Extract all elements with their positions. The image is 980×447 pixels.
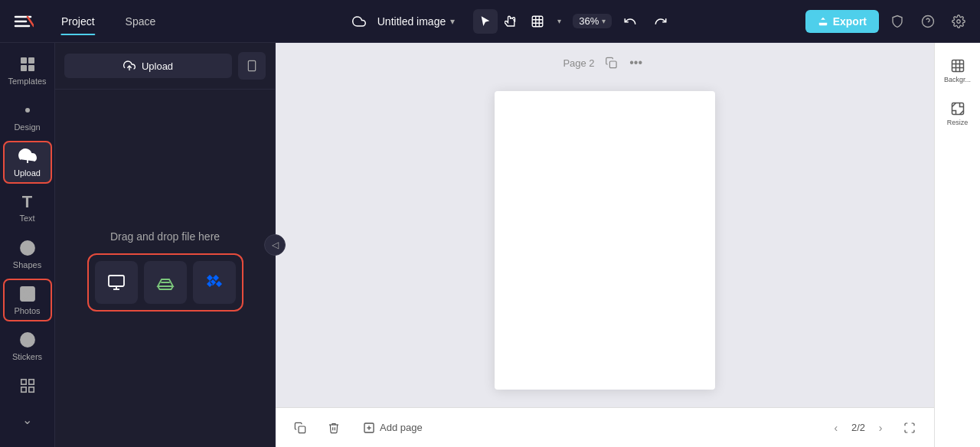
redo-button[interactable]: [648, 9, 673, 34]
drag-drop-text: Drag and drop file here: [110, 230, 220, 243]
svg-rect-20: [28, 387, 33, 392]
svg-rect-18: [28, 380, 33, 384]
doc-title[interactable]: Untitled image ▾: [377, 15, 456, 28]
add-page-button[interactable]: Add page: [355, 417, 430, 439]
svg-rect-19: [21, 387, 25, 392]
frame-dropdown-button[interactable]: ▾: [551, 9, 567, 34]
sidebar-item-upload[interactable]: Upload: [3, 141, 52, 184]
tool-group-left: [347, 9, 371, 34]
sidebar-item-stickers[interactable]: Stickers: [3, 325, 52, 367]
svg-rect-22: [248, 60, 255, 70]
layers-button[interactable]: [12, 370, 43, 401]
icon-bar-bottom: ⌄: [12, 370, 43, 441]
sidebar-label-templates: Templates: [8, 77, 46, 86]
top-center: Untitled image ▾ ▾ 3: [286, 9, 734, 34]
zoom-chevron: ▾: [602, 17, 606, 25]
svg-line-3: [28, 17, 34, 26]
right-panel: Backgr... Resize: [934, 43, 980, 447]
fullscreen-button[interactable]: [897, 416, 922, 440]
side-panel-header: Upload: [55, 43, 275, 90]
sidebar-label-stickers: Stickers: [12, 352, 42, 361]
resize-panel-item[interactable]: Resize: [939, 95, 976, 132]
upload-main-label: Upload: [142, 60, 173, 72]
top-tabs: Project Space: [49, 11, 273, 32]
computer-source-button[interactable]: [95, 261, 138, 304]
svg-point-6: [957, 19, 961, 23]
mobile-button[interactable]: [238, 52, 266, 80]
sidebar-label-photos: Photos: [14, 306, 40, 315]
svg-rect-7: [21, 57, 27, 64]
logo-icon[interactable]: [9, 8, 37, 35]
main-area: Templates Design Upload T Text Shapes: [0, 43, 980, 447]
background-label: Backgr...: [944, 76, 971, 83]
svg-rect-17: [21, 380, 25, 384]
frame-tool-button[interactable]: [525, 9, 550, 34]
sidebar-item-design[interactable]: Design: [3, 95, 52, 138]
next-page-button[interactable]: ›: [870, 417, 891, 439]
page-copy-button[interactable]: [601, 52, 622, 73]
page-counter: 2/2: [851, 422, 865, 433]
background-panel-item[interactable]: Backgr...: [939, 52, 976, 89]
collapse-panel-button[interactable]: ◁: [264, 234, 286, 256]
upload-sources: [92, 258, 239, 307]
prev-page-button[interactable]: ‹: [825, 417, 847, 439]
dropbox-source-button[interactable]: [193, 261, 236, 304]
sidebar-item-templates[interactable]: Templates: [3, 49, 52, 92]
upload-main-button[interactable]: Upload: [64, 54, 232, 78]
undo-button[interactable]: [618, 9, 642, 34]
side-panel: Upload Drag and drop file here: [55, 43, 276, 447]
bottom-right: ‹ 2/2 ›: [825, 416, 922, 440]
settings-button[interactable]: [946, 9, 971, 34]
svg-rect-10: [28, 65, 34, 71]
cloud-save-button[interactable]: [347, 9, 371, 34]
sidebar-item-shapes[interactable]: Shapes: [3, 233, 52, 276]
sidebar-label-upload: Upload: [14, 168, 41, 178]
svg-point-15: [24, 290, 26, 292]
resize-label: Resize: [947, 119, 969, 126]
tab-project[interactable]: Project: [49, 11, 107, 32]
zoom-control[interactable]: 36% ▾: [573, 14, 612, 28]
page-label: Page 2: [563, 57, 594, 69]
tab-space[interactable]: Space: [113, 11, 168, 32]
export-label: Export: [833, 15, 867, 28]
bottom-bar: Add page ‹ 2/2 ›: [276, 407, 934, 447]
zoom-level: 36%: [579, 15, 599, 27]
drive-source-button[interactable]: [144, 261, 187, 304]
svg-point-16: [21, 333, 34, 347]
doc-title-chevron: ▾: [450, 16, 455, 27]
svg-rect-32: [952, 60, 963, 71]
help-button[interactable]: [916, 9, 940, 34]
page-navigation: ‹ 2/2 ›: [825, 417, 891, 439]
hand-tool-button[interactable]: [499, 9, 524, 34]
top-right: Export: [746, 9, 971, 34]
sidebar-label-shapes: Shapes: [13, 260, 41, 269]
svg-point-13: [21, 241, 34, 255]
canvas-page: [495, 91, 715, 390]
svg-point-5: [923, 15, 934, 27]
svg-rect-4: [532, 16, 543, 27]
svg-rect-9: [21, 65, 27, 71]
icon-bar: Templates Design Upload T Text Shapes: [0, 43, 55, 447]
doc-title-text: Untitled image: [377, 15, 446, 28]
svg-point-11: [25, 108, 30, 113]
svg-rect-27: [610, 61, 617, 68]
sidebar-label-design: Design: [14, 122, 40, 132]
sidebar-label-text-label: Text: [19, 214, 34, 223]
select-tool-button[interactable]: [473, 9, 498, 34]
expand-button[interactable]: ⌄: [12, 404, 43, 435]
sidebar-item-photos[interactable]: Photos: [3, 279, 52, 321]
page-label-area: Page 2 •••: [563, 52, 646, 73]
svg-rect-28: [299, 426, 305, 433]
canvas-area: Page 2 •••: [276, 43, 934, 447]
canvas-content: Page 2 •••: [276, 43, 934, 407]
page-actions: •••: [601, 52, 647, 73]
page-more-button[interactable]: •••: [626, 52, 647, 73]
export-button[interactable]: Export: [805, 10, 879, 33]
add-page-label: Add page: [380, 422, 423, 433]
sidebar-item-text[interactable]: T Text: [3, 187, 52, 230]
duplicate-page-button[interactable]: [288, 416, 312, 440]
delete-page-button[interactable]: [322, 416, 346, 440]
svg-rect-8: [28, 57, 34, 64]
side-panel-content: Drag and drop file here: [55, 90, 275, 447]
shield-button[interactable]: [885, 9, 910, 34]
